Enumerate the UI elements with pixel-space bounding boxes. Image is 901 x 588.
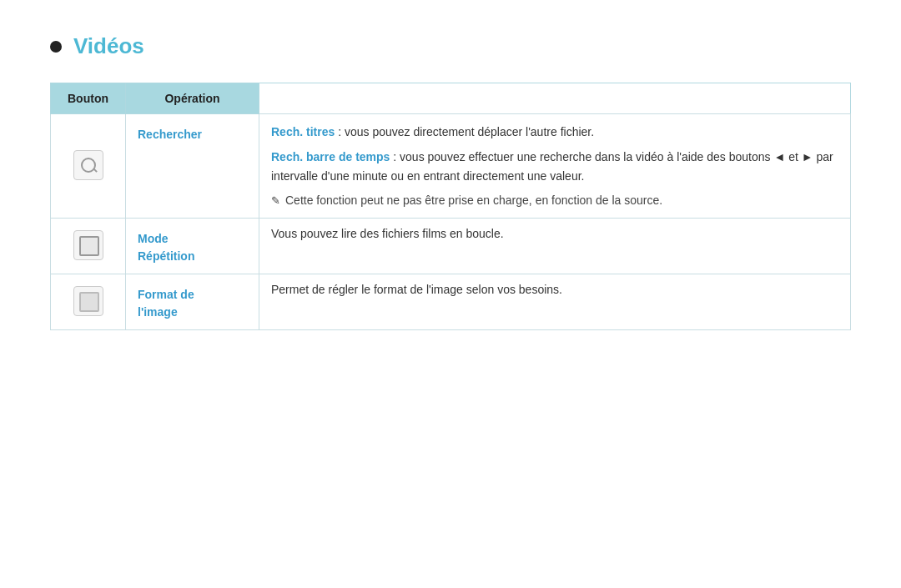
col-header-operation: Opération xyxy=(126,83,259,114)
format-text: Permet de régler le format de l'image se… xyxy=(271,283,562,296)
format-label: Format del'image xyxy=(138,288,194,319)
repeat-button-icon xyxy=(73,230,103,260)
rech-barre-highlight: Rech. barre de temps xyxy=(271,150,390,163)
col-header-button: Bouton xyxy=(51,83,126,114)
table-row: ModeRépétition Vous pouvez lire des fich… xyxy=(51,219,851,274)
operation-cell-rechercher: Rech. titres : vous pouvez directement d… xyxy=(259,114,851,219)
note-row: ✎ Cette fonction peut ne pas être prise … xyxy=(271,192,838,209)
name-cell-repetition: ModeRépétition xyxy=(126,219,259,274)
rech-titres-line: Rech. titres : vous pouvez directement d… xyxy=(271,123,838,141)
videos-table: Bouton Opération Rechercher Rech. titres… xyxy=(50,83,851,330)
page-title-row: Vidéos xyxy=(50,33,851,59)
button-cell-repeat xyxy=(51,219,126,274)
search-button-icon xyxy=(73,150,103,180)
table-row: Format del'image Permet de régler le for… xyxy=(51,274,851,330)
bullet-dot xyxy=(50,41,62,53)
page-container: Vidéos Bouton Opération Rechercher Rech.… xyxy=(0,0,901,364)
note-icon: ✎ xyxy=(271,193,280,209)
name-cell-format: Format del'image xyxy=(126,274,259,330)
button-cell-format xyxy=(51,274,126,330)
note-text: Cette fonction peut ne pas être prise en… xyxy=(285,192,662,209)
rechercher-label: Rechercher xyxy=(138,128,202,141)
operation-cell-repetition: Vous pouvez lire des fichiers films en b… xyxy=(259,219,851,274)
page-title: Vidéos xyxy=(73,33,144,59)
table-row: Rechercher Rech. titres : vous pouvez di… xyxy=(51,114,851,219)
rech-barre-line: Rech. barre de temps : vous pouvez effec… xyxy=(271,148,838,185)
button-cell-search xyxy=(51,114,126,219)
repetition-text: Vous pouvez lire des fichiers films en b… xyxy=(271,227,504,240)
operation-cell-format: Permet de régler le format de l'image se… xyxy=(259,274,851,330)
repetition-label: ModeRépétition xyxy=(138,232,194,263)
format-button-icon xyxy=(73,286,103,316)
rech-titres-highlight: Rech. titres xyxy=(271,125,335,138)
rech-titres-text: : vous pouvez directement déplacer l'aut… xyxy=(338,125,594,138)
name-cell-rechercher: Rechercher xyxy=(126,114,259,219)
